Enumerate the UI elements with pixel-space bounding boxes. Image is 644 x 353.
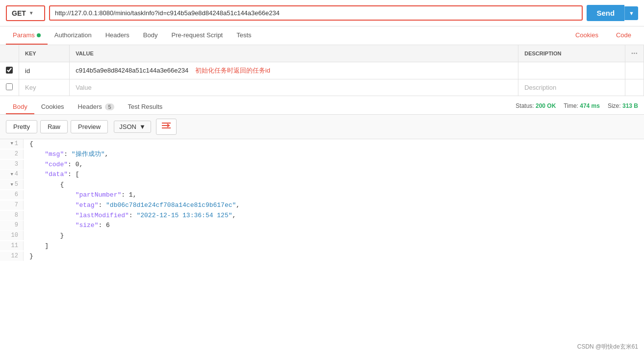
param-placeholder-checkbox[interactable]	[6, 83, 13, 90]
tab-headers-label: Headers	[105, 31, 129, 39]
param-id-more	[625, 62, 644, 79]
format-dropdown-icon: ▼	[139, 123, 146, 130]
param-id-description	[518, 62, 625, 79]
line-content-11: ]	[24, 241, 49, 252]
tab-pre-request[interactable]: Pre-request Script	[164, 26, 230, 45]
line-num-3: 3	[0, 160, 24, 169]
url-input-wrapper	[49, 5, 583, 21]
code-line-9: 9 "size": 6	[0, 221, 644, 231]
line-num-12: 12	[0, 252, 24, 261]
tab-tests-label: Tests	[236, 31, 251, 39]
line-num-6: 6	[0, 190, 24, 200]
resp-tab-headers[interactable]: Headers 5	[71, 100, 121, 114]
tab-authorization[interactable]: Authorization	[48, 26, 99, 45]
line-content-4: "data": [	[24, 170, 79, 180]
line-num-4: ▼ 4	[0, 170, 24, 179]
tab-params[interactable]: Params	[6, 26, 48, 45]
time-label: Time: 474 ms	[564, 102, 600, 109]
tab-body[interactable]: Body	[136, 26, 165, 45]
params-dot	[37, 33, 41, 37]
param-id-checkbox[interactable]	[6, 67, 13, 74]
code-line-1: ▼ 1 {	[0, 139, 644, 150]
code-line-8: 8 "lastModified": "2022-12-15 13:36:54 1…	[0, 211, 644, 221]
size-label: Size: 313 B	[608, 102, 638, 109]
send-button[interactable]: Send	[587, 5, 624, 21]
resp-tab-body[interactable]: Body	[6, 100, 34, 114]
response-tabs-row: Body Cookies Headers 5 Test Results Stat…	[0, 96, 644, 115]
line-num-9: 9	[0, 221, 24, 230]
send-dropdown-button[interactable]: ▼	[624, 6, 638, 20]
resp-tab-test-results[interactable]: Test Results	[121, 100, 170, 114]
param-id-description-note: 初始化任务时返回的任务id	[195, 67, 270, 74]
param-placeholder-value: Value	[70, 79, 518, 96]
pretty-button[interactable]: Pretty	[6, 120, 37, 133]
tab-cookies-right-label: Cookies	[575, 31, 598, 39]
tab-params-label: Params	[13, 31, 35, 39]
param-placeholder-more	[625, 79, 644, 96]
resp-tab-cookies[interactable]: Cookies	[34, 100, 71, 114]
param-row-placeholder: Key Value Description	[0, 79, 644, 96]
request-tabs-row: Params Authorization Headers Body Pre-re…	[0, 26, 644, 45]
col-checkbox	[0, 45, 19, 62]
col-description: DESCRIPTION	[518, 45, 625, 62]
wrap-icon	[161, 122, 171, 129]
line-num-11: 11	[0, 241, 24, 251]
method-selector[interactable]: GET ▼	[6, 5, 45, 21]
code-line-2: 2 "msg": "操作成功",	[0, 150, 644, 160]
toggle-4[interactable]: ▼	[10, 171, 13, 178]
format-select-label: JSON	[119, 123, 136, 130]
status-row: Status: 200 OK Time: 474 ms Size: 313 B	[515, 102, 638, 112]
code-line-3: 3 "code": 0,	[0, 160, 644, 170]
url-input[interactable]	[55, 9, 577, 17]
tab-headers[interactable]: Headers	[99, 26, 136, 45]
line-num-5: ▼ 5	[0, 180, 24, 189]
send-btn-wrapper: Send ▼	[587, 5, 638, 21]
line-content-6: "partNumber": 1,	[24, 190, 136, 201]
tab-pre-request-label: Pre-request Script	[171, 31, 223, 39]
line-content-7: "etag": "db06c78d1e24cf708a14ce81c9b617e…	[24, 201, 240, 211]
param-placeholder-description: Description	[518, 79, 625, 96]
raw-button[interactable]: Raw	[40, 120, 68, 133]
tab-cookies-right[interactable]: Cookies	[568, 26, 605, 45]
resp-tab-cookies-label: Cookies	[41, 103, 64, 110]
resp-tab-headers-badge: 5	[105, 103, 114, 110]
line-content-10: }	[24, 231, 64, 241]
line-content-9: "size": 6	[24, 221, 110, 231]
param-id-value: c914b5a9e8d84248a51c144a3e66e234 初始化任务时返…	[70, 62, 518, 79]
code-line-5: ▼ 5 {	[0, 180, 644, 190]
method-dropdown-icon: ▼	[29, 10, 34, 16]
tab-tests[interactable]: Tests	[230, 26, 258, 45]
tab-code-right[interactable]: Code	[609, 26, 638, 45]
code-line-4: ▼ 4 "data": [	[0, 170, 644, 180]
tab-body-label: Body	[143, 31, 158, 39]
toggle-1[interactable]: ▼	[10, 140, 13, 147]
line-content-1: {	[24, 139, 33, 150]
col-value: VALUE	[70, 45, 518, 62]
code-line-11: 11 ]	[0, 241, 644, 252]
line-content-5: {	[24, 180, 64, 190]
format-select[interactable]: JSON ▼	[114, 121, 151, 133]
wrap-button[interactable]	[156, 119, 177, 135]
tabs-right: Cookies Code	[568, 26, 638, 45]
col-key: KEY	[19, 45, 70, 62]
line-num-1: ▼ 1	[0, 139, 24, 149]
size-value: 313 B	[622, 102, 638, 109]
tab-authorization-label: Authorization	[54, 31, 92, 39]
line-content-2: "msg": "操作成功",	[24, 150, 108, 160]
param-row-id: id c914b5a9e8d84248a51c144a3e66e234 初始化任…	[0, 62, 644, 79]
preview-button[interactable]: Preview	[71, 120, 108, 133]
line-num-7: 7	[0, 201, 24, 210]
code-toolbar: Pretty Raw Preview JSON ▼	[0, 115, 644, 139]
code-line-7: 7 "etag": "db06c78d1e24cf708a14ce81c9b61…	[0, 201, 644, 211]
code-line-6: 6 "partNumber": 1,	[0, 190, 644, 201]
col-more: ···	[625, 45, 644, 62]
code-line-12: 12 }	[0, 252, 644, 262]
param-placeholder-key: Key	[19, 79, 70, 96]
tab-code-right-label: Code	[616, 31, 631, 39]
line-content-8: "lastModified": "2022-12-15 13:36:54 125…	[24, 211, 236, 221]
resp-tab-body-label: Body	[13, 103, 27, 110]
param-id-checkbox-cell	[0, 62, 19, 79]
param-placeholder-checkbox-cell	[0, 79, 19, 96]
toggle-5[interactable]: ▼	[10, 181, 13, 188]
code-area: ▼ 1 { 2 "msg": "操作成功", 3 "code": 0, ▼ 4 …	[0, 139, 644, 262]
